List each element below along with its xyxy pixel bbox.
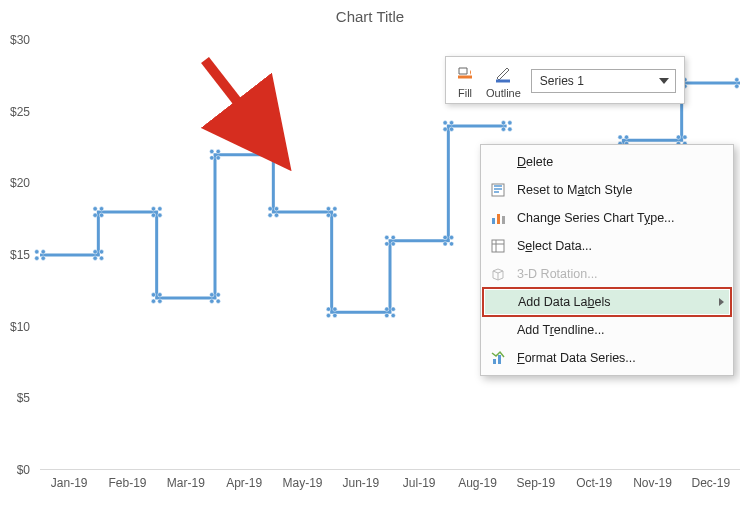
svg-rect-90 (492, 218, 495, 224)
outline-pen-icon (492, 63, 514, 85)
svg-point-32 (268, 207, 272, 211)
svg-point-17 (158, 293, 162, 297)
svg-point-0 (35, 250, 39, 254)
svg-point-13 (158, 207, 162, 211)
svg-point-39 (333, 213, 337, 217)
svg-point-43 (333, 313, 337, 317)
menu-reset-match-style[interactable]: Reset to Match Style (483, 176, 731, 204)
y-axis: $0$5$10$15$20$25$30 (0, 40, 36, 470)
y-tick-label: $20 (10, 176, 30, 190)
svg-point-57 (449, 121, 453, 125)
y-tick-label: $30 (10, 33, 30, 47)
svg-point-31 (274, 156, 278, 160)
svg-point-25 (216, 149, 220, 153)
menu-delete[interactable]: Delete (483, 148, 731, 176)
svg-point-15 (158, 213, 162, 217)
svg-point-14 (151, 213, 155, 217)
svg-point-76 (676, 135, 680, 139)
menu-format-data-series[interactable]: Format Data Series... (483, 344, 731, 372)
fill-label: Fill (458, 87, 472, 99)
svg-point-18 (151, 299, 155, 303)
svg-point-60 (501, 121, 505, 125)
x-tick-label: Sep-19 (516, 476, 555, 490)
svg-point-34 (268, 213, 272, 217)
svg-rect-91 (497, 214, 500, 224)
svg-point-52 (443, 235, 447, 239)
svg-point-46 (385, 313, 389, 317)
chart-type-icon (487, 209, 509, 227)
y-tick-label: $10 (10, 320, 30, 334)
svg-point-7 (99, 256, 103, 260)
menu-select-data[interactable]: Select Data... (483, 232, 731, 260)
svg-point-22 (210, 299, 214, 303)
menu-add-data-labels[interactable]: Add Data Labels (482, 287, 732, 317)
blank-icon (487, 321, 509, 339)
svg-point-56 (443, 121, 447, 125)
svg-point-27 (216, 156, 220, 160)
series-selector-dropdown[interactable]: Series 1 (531, 69, 676, 93)
blank-icon (488, 293, 510, 311)
svg-rect-95 (498, 355, 501, 364)
y-tick-label: $15 (10, 248, 30, 262)
y-tick-label: $25 (10, 105, 30, 119)
svg-point-42 (326, 313, 330, 317)
svg-point-35 (274, 213, 278, 217)
x-tick-label: May-19 (282, 476, 322, 490)
submenu-arrow-icon (719, 298, 724, 306)
series-selector-value: Series 1 (540, 74, 584, 88)
svg-point-51 (391, 242, 395, 246)
chart-area: Chart Title $0$5$10$15$20$25$30 Jan-19Fe… (0, 0, 740, 508)
svg-point-20 (210, 293, 214, 297)
x-tick-label: Apr-19 (226, 476, 262, 490)
reset-style-icon (487, 181, 509, 199)
x-tick-label: Feb-19 (108, 476, 146, 490)
svg-point-53 (449, 235, 453, 239)
svg-point-62 (501, 127, 505, 131)
fill-bucket-icon (454, 63, 476, 85)
y-tick-label: $0 (17, 463, 30, 477)
svg-point-38 (326, 213, 330, 217)
chart-title[interactable]: Chart Title (0, 8, 740, 25)
svg-point-1 (41, 250, 45, 254)
x-tick-label: Dec-19 (691, 476, 730, 490)
x-tick-label: Jun-19 (342, 476, 379, 490)
x-tick-label: Jan-19 (51, 476, 88, 490)
chevron-down-icon (659, 78, 669, 84)
x-tick-label: Jul-19 (403, 476, 436, 490)
svg-point-55 (449, 242, 453, 246)
svg-point-61 (508, 121, 512, 125)
y-tick-label: $5 (17, 391, 30, 405)
outline-button[interactable]: Outline (486, 63, 521, 99)
x-tick-label: Mar-19 (167, 476, 205, 490)
svg-point-28 (268, 149, 272, 153)
menu-change-chart-type[interactable]: Change Series Chart Type... (483, 204, 731, 232)
svg-point-58 (443, 127, 447, 131)
svg-point-47 (391, 313, 395, 317)
svg-point-4 (93, 250, 97, 254)
svg-point-11 (99, 213, 103, 217)
svg-point-19 (158, 299, 162, 303)
x-axis: Jan-19Feb-19Mar-19Apr-19May-19Jun-19Jul-… (40, 476, 740, 496)
svg-point-5 (99, 250, 103, 254)
mini-format-toolbar: Fill Outline Series 1 (445, 56, 685, 104)
svg-point-49 (391, 235, 395, 239)
svg-point-45 (391, 307, 395, 311)
outline-label: Outline (486, 87, 521, 99)
svg-point-6 (93, 256, 97, 260)
svg-point-29 (274, 149, 278, 153)
svg-point-33 (274, 207, 278, 211)
menu-add-trendline[interactable]: Add Trendline... (483, 316, 731, 344)
svg-rect-94 (493, 359, 496, 364)
x-tick-label: Aug-19 (458, 476, 497, 490)
svg-point-84 (735, 78, 739, 82)
svg-point-86 (735, 84, 739, 88)
svg-point-2 (35, 256, 39, 260)
svg-point-36 (326, 207, 330, 211)
svg-point-59 (449, 127, 453, 131)
svg-point-23 (216, 299, 220, 303)
svg-point-73 (624, 135, 628, 139)
fill-button[interactable]: Fill (454, 63, 476, 99)
svg-rect-92 (502, 216, 505, 224)
svg-point-44 (385, 307, 389, 311)
select-data-icon (487, 237, 509, 255)
